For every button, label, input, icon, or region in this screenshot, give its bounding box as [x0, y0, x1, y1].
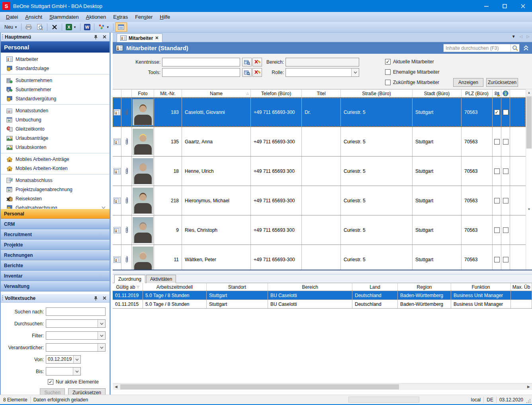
sidebar-item-reisekosten[interactable]: Reisekosten — [1, 194, 110, 203]
assignment-row-01.11.2019[interactable]: 01.11.20195.0 Tage / 8 StundenStuttgartB… — [113, 291, 532, 300]
rolle-select[interactable] — [286, 68, 359, 77]
attachment-icon[interactable] — [121, 215, 132, 245]
sidebar-item-subunternehmer[interactable]: Subunternehmer — [1, 85, 110, 94]
bis-date-select[interactable] — [46, 367, 81, 376]
sidebar-item-standardzulage[interactable]: Standardzulage — [1, 64, 110, 73]
row-open-button[interactable] — [113, 245, 121, 270]
sidebar-item-urlaubskonten[interactable]: Urlaubskonten — [1, 143, 110, 152]
employee-web-checkbox[interactable] — [501, 157, 510, 186]
detail-column-gültig-ab[interactable]: Gültig ab▽ — [113, 283, 143, 291]
menu-extras[interactable]: Extras — [110, 13, 131, 21]
menu-ansicht[interactable]: Ansicht — [22, 13, 46, 21]
close-icon[interactable] — [102, 34, 107, 40]
chevron-down-icon[interactable] — [102, 206, 106, 209]
menu-hilfe[interactable]: Hilfe — [156, 13, 174, 21]
employee-row-183[interactable]: 183Caselotti, Giovanni+49 711 65693-300D… — [113, 98, 526, 127]
suchen-nach-input[interactable] — [46, 307, 106, 316]
chart-tools-button[interactable]: ▼ — [96, 23, 111, 31]
sidebar-item-mobiles-arbeiten-anträge[interactable]: Mobiles Arbeiten-Anträge — [1, 155, 110, 164]
pin-icon[interactable] — [93, 34, 98, 40]
tab-close-icon[interactable]: ✕ — [155, 35, 158, 41]
employee-status-checkbox[interactable]: ✓ — [493, 98, 501, 127]
menu-aktionen[interactable]: Aktionen — [82, 13, 110, 21]
scroll-down-icon[interactable]: ▼ — [526, 149, 532, 270]
menu-stammdaten[interactable]: Stammdaten — [46, 13, 82, 21]
sidebar-item-standardvergütung[interactable]: Standardvergütung — [1, 94, 110, 103]
print-button[interactable] — [23, 23, 34, 31]
filter-zuruecksetzen-button[interactable]: Zurücksetzen — [486, 78, 518, 87]
employee-web-checkbox[interactable] — [501, 186, 510, 215]
section-projekte[interactable]: Projekte — [1, 240, 110, 250]
sidebar-item-urlaubsanträge[interactable]: Urlaubsanträge — [1, 133, 110, 143]
section-inventar[interactable]: Inventar — [1, 271, 110, 281]
employee-status-checkbox[interactable] — [493, 245, 501, 270]
section-crm[interactable]: CRM — [1, 219, 110, 229]
sidebar-item-mitarbeiter[interactable]: Mitarbeiter — [1, 55, 110, 64]
detail-column-land[interactable]: Land — [352, 283, 398, 291]
employee-row-18[interactable]: 18Henne, Ulrich+49 711 65693 300Curiestr… — [113, 157, 526, 186]
section-personal[interactable]: Personal — [1, 209, 110, 219]
close-button[interactable] — [514, 0, 532, 12]
sidebar-item-mobiles-arbeiten-konten[interactable]: Mobiles Arbeiten-Konten — [1, 164, 110, 173]
column-header-employee-status-icon[interactable] — [493, 90, 501, 97]
employee-web-checkbox[interactable] — [501, 245, 510, 270]
tab-scroll-right-icon[interactable]: ▷ — [526, 34, 530, 39]
vertical-scrollbar[interactable]: ▲ ▼ — [526, 89, 532, 270]
von-date-select[interactable]: 03.12.2019 — [46, 355, 81, 364]
employee-row-218[interactable]: 218Hieronymus, Michael+49 711 65693-300C… — [113, 186, 526, 215]
attachment-icon[interactable] — [121, 186, 132, 215]
new-button[interactable]: Neu▼ — [2, 23, 20, 31]
section-rechnungen[interactable]: Rechnungen — [1, 250, 110, 260]
attachment-icon[interactable] — [121, 157, 132, 186]
detail-tab-aktivitäten[interactable]: Aktivitäten — [146, 275, 176, 283]
durchsuchen-select[interactable] — [46, 319, 106, 328]
row-open-button[interactable] — [113, 157, 121, 186]
detail-column-max-üb[interactable]: Max. Üb — [511, 283, 532, 291]
menu-datei[interactable]: Datei — [2, 13, 22, 21]
export-word-button[interactable]: W — [82, 23, 92, 31]
detail-column-region[interactable]: Region — [398, 283, 451, 291]
column-attachment[interactable] — [121, 90, 132, 97]
section-recruitment[interactable]: Recruitment — [1, 229, 110, 240]
detail-column-funktion[interactable]: Funktion — [451, 283, 511, 291]
column-header-mit-nr-[interactable]: Mit.-Nr. — [154, 90, 182, 97]
employee-web-checkbox[interactable] — [501, 215, 510, 245]
section-verwaltung[interactable]: Verwaltung — [1, 281, 110, 292]
column-header-straße-büro-[interactable]: Straße (Büro) — [341, 90, 413, 97]
sidebar-item-gleitzeitkonto[interactable]: Gleitzeitkonto — [1, 124, 110, 133]
nur-aktive-checkbox[interactable]: ✓ — [48, 379, 53, 385]
sidebar-item-subunternehmen[interactable]: Subunternehmen — [1, 76, 110, 85]
detail-column-standort[interactable]: Standort — [207, 283, 268, 291]
attachment-icon[interactable] — [121, 245, 132, 270]
bereich-input[interactable] — [286, 58, 359, 67]
aktuelle-mitarbeiter-checkbox[interactable]: ✓Aktuelle Mitarbeiter — [385, 59, 434, 65]
kenntnisse-input[interactable] — [162, 58, 240, 67]
menu-fenster[interactable]: Fenster — [131, 13, 156, 21]
employee-row-11[interactable]: 11Wältken, Peter+49 711 65693-300Curiest… — [113, 245, 526, 270]
delete-button[interactable] — [49, 23, 60, 31]
column-header-web-icon[interactable]: ? — [501, 90, 510, 97]
employee-web-checkbox[interactable] — [501, 127, 510, 156]
detail-tab-zuordnung[interactable]: Zuordnung — [114, 275, 145, 283]
employee-row-9[interactable]: 9Ries, Christoph+49 711 65693 300Curiest… — [113, 215, 526, 245]
tab-mitarbeiter[interactable]: Mitarbeiter ✕ — [117, 33, 162, 42]
collapse-filter-icon[interactable] — [523, 45, 529, 51]
tools-input[interactable] — [162, 68, 240, 77]
column-row-selector[interactable] — [113, 90, 121, 97]
attachment-icon[interactable] — [121, 127, 132, 156]
scrollbar-thumb[interactable] — [120, 384, 399, 389]
print-preview-button[interactable] — [34, 23, 45, 31]
ehemalige-mitarbeiter-checkbox[interactable]: Ehemalige Mitarbeiter — [385, 69, 440, 75]
sidebar-item-projektzulagenabrechnung[interactable]: Projektzulagenabrechnung — [1, 185, 110, 194]
section-berichte[interactable]: Berichte — [1, 260, 110, 271]
employee-web-checkbox[interactable] — [501, 98, 510, 127]
splitter[interactable] — [113, 270, 532, 274]
detail-column-bereich[interactable]: Bereich — [268, 283, 352, 291]
panel-grip[interactable] — [2, 295, 3, 301]
employee-status-checkbox[interactable] — [493, 127, 501, 156]
row-open-button[interactable] — [113, 215, 121, 245]
export-excel-button[interactable]: X▼ — [64, 23, 78, 31]
anzeigen-button[interactable]: Anzeigen — [453, 78, 483, 87]
resize-grip[interactable] — [526, 398, 531, 404]
row-open-button[interactable] — [113, 98, 121, 127]
